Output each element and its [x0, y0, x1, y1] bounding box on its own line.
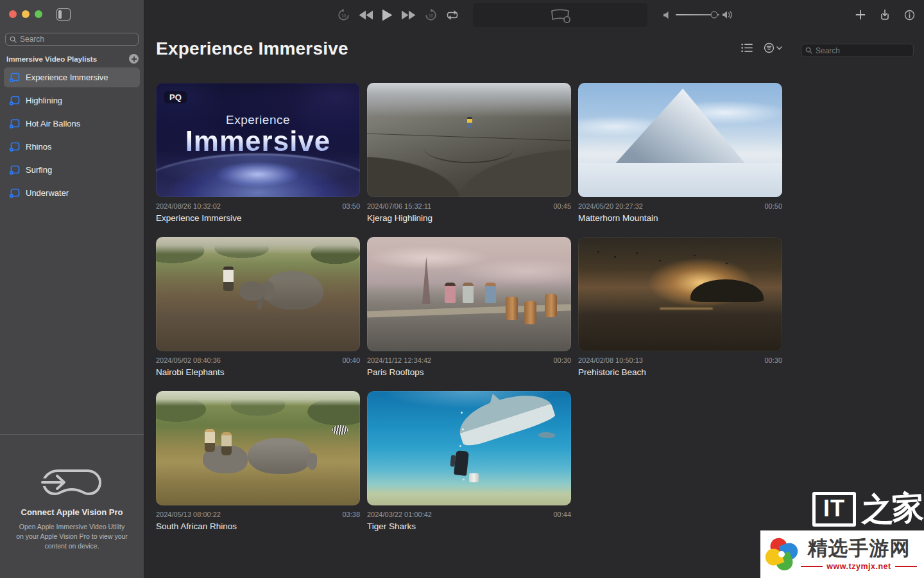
playlist-label: Hot Air Ballons: [26, 119, 80, 128]
sidebar-search-field[interactable]: [5, 33, 139, 46]
video-duration: 00:44: [553, 511, 571, 518]
sidebar-item-underwater[interactable]: Underwater: [4, 183, 140, 203]
toggle-sidebar-icon[interactable]: [56, 8, 71, 21]
video-title: Prehistoric Beach: [578, 367, 782, 377]
playlist-icon: [9, 188, 20, 198]
divider: [801, 566, 823, 567]
volume-controls: [663, 0, 733, 30]
video-duration: 00:40: [342, 356, 360, 364]
minimize-window-button[interactable]: [22, 10, 30, 18]
sidebar-divider: [0, 434, 144, 435]
video-thumbnail[interactable]: [367, 391, 571, 505]
volume-slider-knob[interactable]: [710, 12, 717, 19]
video-card-nairobi-elephants[interactable]: 2024/05/02 08:40:3600:40 Nairobi Elephan…: [156, 237, 360, 391]
video-card-paris-rooftops[interactable]: 2024/11/12 12:34:4200:30 Paris Rooftops: [367, 237, 571, 391]
page-title: Experience Immersive: [156, 39, 348, 59]
skip-back-10-button[interactable]: 10: [337, 8, 350, 22]
connect-vision-pro-panel: Connect Apple Vision Pro Open Apple Imme…: [0, 466, 144, 552]
add-icon[interactable]: [855, 10, 866, 20]
filter-sort-button[interactable]: [764, 42, 782, 53]
sidebar-item-hot-air-ballons[interactable]: Hot Air Ballons: [4, 114, 140, 134]
library-search-field[interactable]: [801, 44, 914, 57]
video-thumbnail[interactable]: PQ Experience Immersive: [156, 83, 360, 197]
video-title: Experience Immersive: [156, 213, 360, 223]
video-date: 2024/08/26 10:32:02: [156, 202, 221, 210]
video-date: 2024/05/02 08:40:36: [156, 356, 221, 364]
video-card-tiger-sharks[interactable]: 2024/03/22 01:00:4200:44 Tiger Sharks: [367, 391, 571, 545]
sidebar-item-surfing[interactable]: Surfing: [4, 160, 140, 180]
import-icon[interactable]: [879, 9, 891, 21]
connect-description: Open Apple Immersive Video Utility on yo…: [15, 522, 128, 552]
pinwheel-logo-icon: [764, 536, 799, 573]
view-controls: [741, 42, 782, 53]
playlist-label: Surfing: [26, 165, 52, 175]
divider: [895, 566, 917, 567]
site-url: www.tzymjx.net: [826, 562, 891, 571]
video-card-south-african-rhinos[interactable]: 2024/05/13 08:00:2203:38 South African R…: [156, 391, 360, 545]
ithome-logo-box: IT: [812, 492, 856, 527]
video-thumbnail[interactable]: [578, 237, 782, 351]
ithome-logo-suffix: 之家: [860, 486, 923, 532]
fast-forward-button[interactable]: [401, 10, 416, 20]
sidebar-item-highlining[interactable]: Highlining: [4, 91, 140, 110]
video-duration: 00:45: [553, 202, 571, 210]
playlist-icon: [9, 73, 20, 83]
filter-icon: [764, 42, 774, 53]
library-search-input[interactable]: [816, 46, 909, 55]
video-thumbnail[interactable]: [156, 391, 360, 505]
playlist-icon: [9, 96, 20, 106]
video-title: Tiger Sharks: [367, 521, 571, 531]
video-thumbnail[interactable]: [367, 83, 571, 197]
site-name: 精选手游网: [799, 538, 919, 559]
playlist-icon: [9, 119, 20, 129]
playlists-section-title: Immersive Video Playlists: [6, 55, 97, 63]
svg-text:10: 10: [341, 13, 346, 17]
video-title: Matterhorn Mountain: [578, 213, 782, 223]
video-thumbnail[interactable]: [156, 237, 360, 351]
rewind-button[interactable]: [359, 10, 373, 20]
sidebar: Immersive Video Playlists Experience Imm…: [0, 0, 144, 578]
video-duration: 03:38: [342, 511, 360, 518]
sidebar-item-experience-immersive[interactable]: Experience Immersive: [4, 67, 140, 87]
immersive-video-icon: [549, 7, 572, 24]
video-duration: 00:50: [764, 202, 782, 210]
ithome-logo: IT 之家: [760, 487, 924, 530]
add-playlist-button[interactable]: [129, 54, 139, 64]
video-card-matterhorn-mountain[interactable]: 2024/05/20 20:27:3200:50 Matterhorn Moun…: [578, 83, 782, 237]
video-duration: 00:30: [553, 356, 571, 364]
video-card-prehistoric-beach[interactable]: 2024/02/08 10:50:1300:30 Prehistoric Bea…: [578, 237, 782, 391]
sidebar-search-input[interactable]: [20, 35, 134, 44]
list-view-icon[interactable]: [741, 43, 753, 53]
play-button[interactable]: [382, 9, 393, 21]
now-playing-display: [473, 3, 647, 27]
video-date: 2024/11/12 12:34:42: [367, 356, 431, 364]
pq-badge: PQ: [164, 91, 187, 103]
video-title: Nairobi Elephants: [156, 367, 360, 377]
thumbnail-overlay-text: Immersive: [156, 125, 360, 157]
video-duration: 03:50: [342, 202, 360, 210]
playlist-list: Experience Immersive Highlining Hot Air …: [4, 67, 140, 206]
video-card-kjerag-highlining[interactable]: 2024/07/06 15:32:1100:45 Kjerag Highlini…: [367, 83, 571, 237]
zoom-window-button[interactable]: [35, 10, 42, 18]
site-watermark-band: 精选手游网 www.tzymjx.net: [760, 530, 924, 578]
volume-min-icon[interactable]: [663, 11, 671, 19]
search-icon: [805, 47, 812, 54]
info-icon[interactable]: [904, 10, 915, 21]
volume-slider[interactable]: [676, 14, 719, 15]
video-grid: PQ Experience Immersive 2024/08/26 10:32…: [156, 83, 782, 545]
transport-controls: 10 10: [337, 0, 459, 30]
connect-title: Connect Apple Vision Pro: [0, 507, 144, 517]
repeat-button[interactable]: [446, 10, 459, 21]
video-thumbnail[interactable]: [578, 83, 782, 197]
video-card-experience-immersive[interactable]: PQ Experience Immersive 2024/08/26 10:32…: [156, 83, 360, 237]
close-window-button[interactable]: [9, 10, 17, 18]
video-date: 2024/05/13 08:00:22: [156, 511, 221, 518]
volume-max-icon[interactable]: [722, 10, 733, 19]
video-date: 2024/03/22 01:00:42: [367, 511, 432, 518]
skip-forward-10-button[interactable]: 10: [424, 8, 438, 22]
sidebar-item-rhinos[interactable]: Rhinos: [4, 137, 140, 157]
window-controls: [9, 10, 42, 18]
video-thumbnail[interactable]: [367, 237, 571, 351]
video-title: Kjerag Highlining: [367, 213, 571, 223]
video-duration: 00:30: [764, 356, 782, 364]
